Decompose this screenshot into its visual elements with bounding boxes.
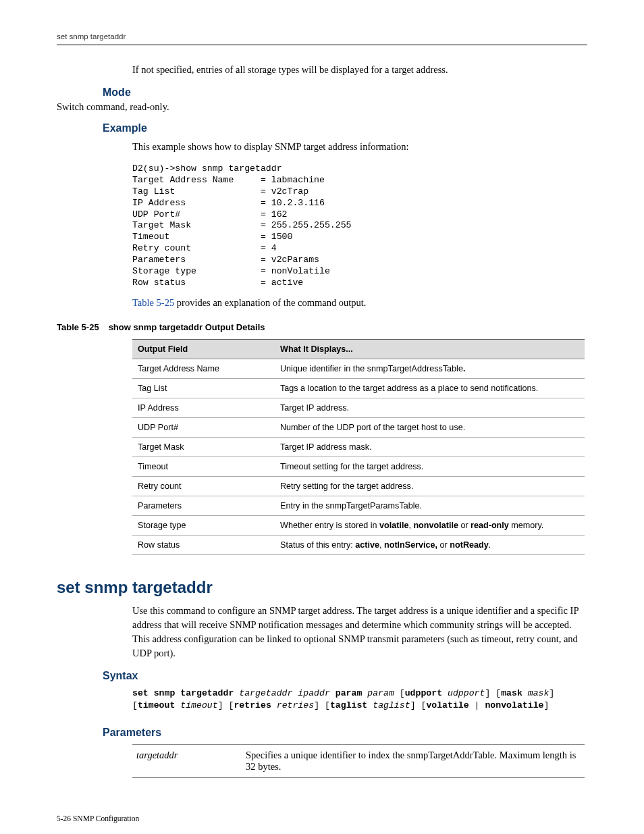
table-row: Target MaskTarget IP address mask. xyxy=(132,437,585,457)
syntax-kw: taglist xyxy=(330,700,367,710)
mode-heading: Mode xyxy=(103,86,587,99)
output-field-cell: Timeout xyxy=(132,457,275,476)
output-desc-cell: Target IP address mask. xyxy=(275,437,585,457)
output-desc-cell: Status of this entry: active, notInServi… xyxy=(275,535,585,554)
syntax-arg: param xyxy=(367,688,394,698)
command-description: Use this command to configure an SNMP ta… xyxy=(132,604,587,660)
output-desc-cell: Tags a location to the target address as… xyxy=(275,378,585,398)
intro-note: If not specified, entries of all storage… xyxy=(132,63,587,77)
table-row: Target Address NameUnique identifier in … xyxy=(132,359,585,378)
table-5-25-caption: Table 5-25show snmp targetaddr Output De… xyxy=(57,322,587,332)
col-what-it-displays: What It Displays... xyxy=(275,339,585,359)
output-field-cell: UDP Port# xyxy=(132,417,275,437)
running-header: set snmp targetaddr xyxy=(57,32,587,45)
syntax-kw: param xyxy=(336,688,363,698)
table-row: ParametersEntry in the snmpTargetParamsT… xyxy=(132,496,585,515)
syntax-kw: nonvolatile xyxy=(485,700,543,710)
output-field-cell: IP Address xyxy=(132,398,275,417)
output-field-cell: Target Address Name xyxy=(132,359,275,378)
table-row: TimeoutTimeout setting for the target ad… xyxy=(132,457,585,476)
syntax-kw: timeout xyxy=(138,700,175,710)
syntax-kw: volatile xyxy=(426,700,468,710)
syntax-kw: retries xyxy=(234,700,271,710)
syntax-block: set snmp targetaddr targetaddr ipaddr pa… xyxy=(132,687,587,712)
table-caption-title: show snmp targetaddr Output Details xyxy=(109,322,265,332)
output-field-cell: Target Mask xyxy=(132,437,275,457)
param-name-cell: targetaddr xyxy=(132,744,242,777)
param-desc-cell: Specifies a unique identifier to index t… xyxy=(242,744,585,777)
syntax-arg: taglist xyxy=(373,700,410,710)
example-code: D2(su)->show snmp targetaddr Target Addr… xyxy=(132,163,587,289)
table-row: Storage typeWhether entry is stored in v… xyxy=(132,515,585,535)
table-row: targetaddrSpecifies a unique identifier … xyxy=(132,744,585,777)
command-title: set snmp targetaddr xyxy=(57,578,587,597)
table-row: Row statusStatus of this entry: active, … xyxy=(132,535,585,554)
example-text: This example shows how to display SNMP t… xyxy=(132,140,587,154)
table-row: UDP Port#Number of the UDP port of the t… xyxy=(132,417,585,437)
parameters-heading: Parameters xyxy=(103,727,587,739)
page-footer: 5-26 SNMP Configuration xyxy=(57,814,587,823)
output-field-cell: Retry count xyxy=(132,476,275,496)
table-row: Retry countRetry setting for the target … xyxy=(132,476,585,496)
mode-text: Switch command, read-only. xyxy=(57,101,587,113)
output-desc-cell: Target IP address. xyxy=(275,398,585,417)
table-ref-rest: provides an explanation of the command o… xyxy=(174,297,366,308)
syntax-arg: udpport xyxy=(448,688,485,698)
output-desc-cell: Timeout setting for the target address. xyxy=(275,457,585,476)
output-field-cell: Tag List xyxy=(132,378,275,398)
syntax-heading: Syntax xyxy=(103,670,587,682)
syntax-arg: mask xyxy=(528,688,549,698)
output-desc-cell: Unique identifier in the snmpTargetAddre… xyxy=(275,359,585,378)
example-heading: Example xyxy=(103,122,587,134)
output-field-cell: Storage type xyxy=(132,515,275,535)
table-row: Tag ListTags a location to the target ad… xyxy=(132,378,585,398)
syntax-arg: retries xyxy=(277,700,314,710)
output-desc-cell: Whether entry is stored in volatile, non… xyxy=(275,515,585,535)
output-desc-cell: Entry in the snmpTargetParamsTable. xyxy=(275,496,585,515)
col-output-field: Output Field xyxy=(132,339,275,359)
parameters-table: targetaddrSpecifies a unique identifier … xyxy=(132,744,585,778)
syntax-arg: timeout xyxy=(180,700,217,710)
table-row: IP AddressTarget IP address. xyxy=(132,398,585,417)
output-field-cell: Parameters xyxy=(132,496,275,515)
output-desc-cell: Number of the UDP port of the target hos… xyxy=(275,417,585,437)
output-desc-cell: Retry setting for the target address. xyxy=(275,476,585,496)
table-caption-id: Table 5-25 xyxy=(57,322,99,332)
syntax-kw: mask xyxy=(501,688,522,698)
syntax-kw: set snmp targetaddr xyxy=(132,688,234,698)
table-ref-sentence: Table 5-25 provides an explanation of th… xyxy=(132,296,587,310)
output-field-cell: Row status xyxy=(132,535,275,554)
syntax-arg: targetaddr ipaddr xyxy=(239,688,330,698)
table-ref-link[interactable]: Table 5-25 xyxy=(132,297,174,308)
syntax-kw: udpport xyxy=(405,688,442,698)
output-details-table: Output Field What It Displays... Target … xyxy=(132,339,585,555)
